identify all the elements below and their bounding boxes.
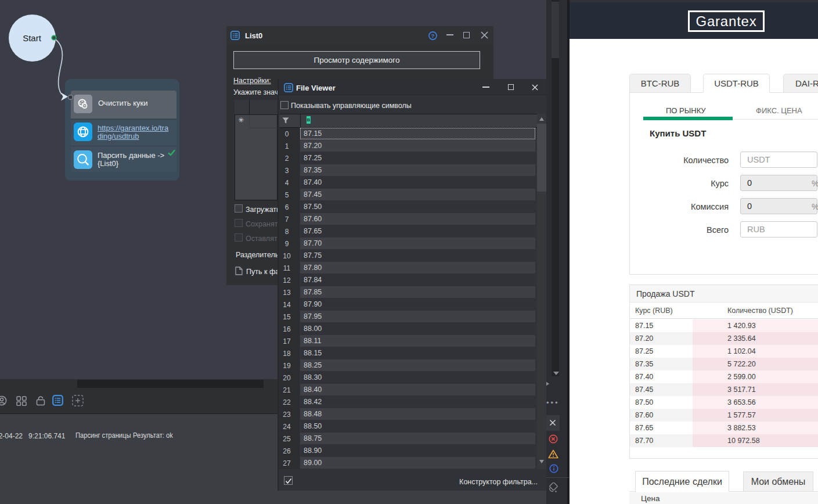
svg-text:?: ?: [431, 33, 435, 39]
